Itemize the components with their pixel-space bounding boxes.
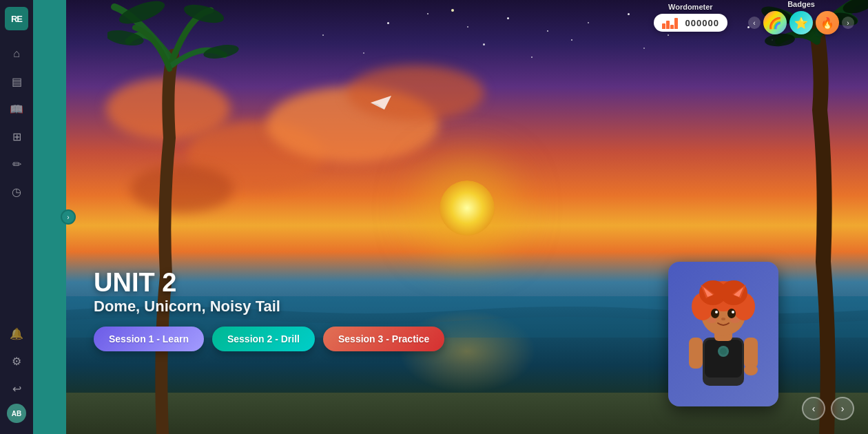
svg-point-33 [707,318,716,323]
svg-point-31 [732,311,734,313]
badge-teal[interactable]: ⭐ [789,11,813,34]
nav-rail-toggle[interactable]: › [61,209,76,225]
prev-arrow-button[interactable]: ‹ [802,397,825,420]
badge-rainbow[interactable]: 🌈 [763,11,787,34]
session2-button[interactable]: Session 2 - Drill [212,327,315,351]
wordometer-number: 000000 [685,18,719,28]
settings-icon[interactable]: ⚙ [4,349,29,373]
svg-rect-11 [705,340,742,378]
svg-point-29 [727,309,736,318]
next-arrow-button[interactable]: › [831,397,854,420]
wordometer-label: Wordometer [668,3,713,11]
paper-airplane [371,96,391,110]
badges-label: Badges [787,0,815,8]
bell-icon[interactable]: 🔔 [4,321,29,346]
wordometer-gauge [662,17,681,29]
svg-rect-15 [744,338,758,369]
teal-nav-rail: › [33,0,66,434]
session3-button[interactable]: Session 3 - Practice [323,327,444,351]
svg-point-34 [730,318,740,323]
main-content: Wordometer 000000 Badges ‹ 🌈 ⭐ 🔥 › [66,0,868,434]
svg-point-23 [720,280,747,305]
svg-point-16 [744,364,758,375]
session-buttons: Session 1 - Learn Session 2 - Drill Sess… [94,327,444,351]
unit-subtitle: Dome, Unicorn, Noisy Tail [94,298,444,316]
badges-next-button[interactable]: › [842,17,854,29]
svg-point-30 [715,311,718,313]
character-illustration [672,265,775,403]
home-icon[interactable]: ⌂ [4,41,29,66]
badge-orange[interactable]: 🔥 [816,11,839,34]
wordometer-section: Wordometer 000000 [654,3,727,32]
badges-prev-button[interactable]: ‹ [748,17,761,29]
gauge-bar-1 [662,23,665,29]
badges-row: ‹ 🌈 ⭐ 🔥 › [748,11,854,34]
character-card [668,262,778,406]
gauge-bar-2 [666,21,670,29]
wordometer-display: 000000 [654,14,727,32]
logout-icon[interactable]: ↩ [4,376,29,401]
navigation-arrows: ‹ › [802,397,854,420]
header-bar: Wordometer 000000 Badges ‹ 🌈 ⭐ 🔥 › [66,0,868,34]
edit-icon[interactable]: ✏ [4,152,29,176]
gauge-bar-3 [670,25,674,29]
dark-sidebar: RE ⌂ ▤ 📖 ⊞ ✏ ◷ 🔔 ⚙ ↩ AB [0,0,33,434]
gauge-bar-4 [674,18,678,29]
book-icon[interactable]: 📖 [4,96,29,121]
logo: RE [5,7,28,30]
unit-title: UNIT 2 [94,269,444,298]
svg-rect-14 [689,338,703,369]
session1-button[interactable]: Session 1 - Learn [94,327,204,351]
grid-icon[interactable]: ⊞ [4,124,29,149]
svg-point-32 [721,318,725,320]
clock-icon[interactable]: ◷ [4,179,29,204]
svg-point-28 [711,309,719,318]
badges-section: Badges ‹ 🌈 ⭐ 🔥 › [748,0,854,34]
clipboard-icon[interactable]: ▤ [4,69,29,94]
sun [440,180,495,236]
svg-point-13 [720,348,727,355]
avatar: AB [7,404,26,423]
unit-info: UNIT 2 Dome, Unicorn, Noisy Tail Session… [94,269,444,351]
